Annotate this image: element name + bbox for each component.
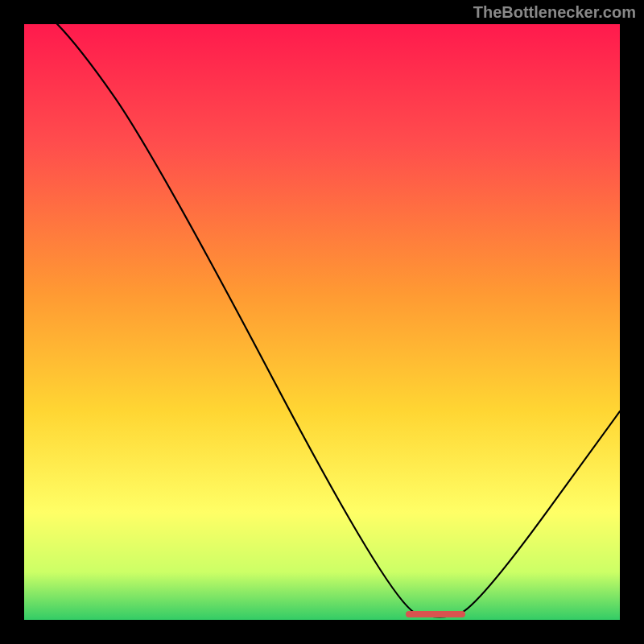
plot-area: [24, 24, 620, 620]
chart-container: TheBottlenecker.com: [0, 0, 644, 644]
sweet-spot-marker: [406, 611, 465, 617]
bottleneck-curve: [24, 24, 620, 620]
watermark-text: TheBottlenecker.com: [473, 3, 636, 22]
